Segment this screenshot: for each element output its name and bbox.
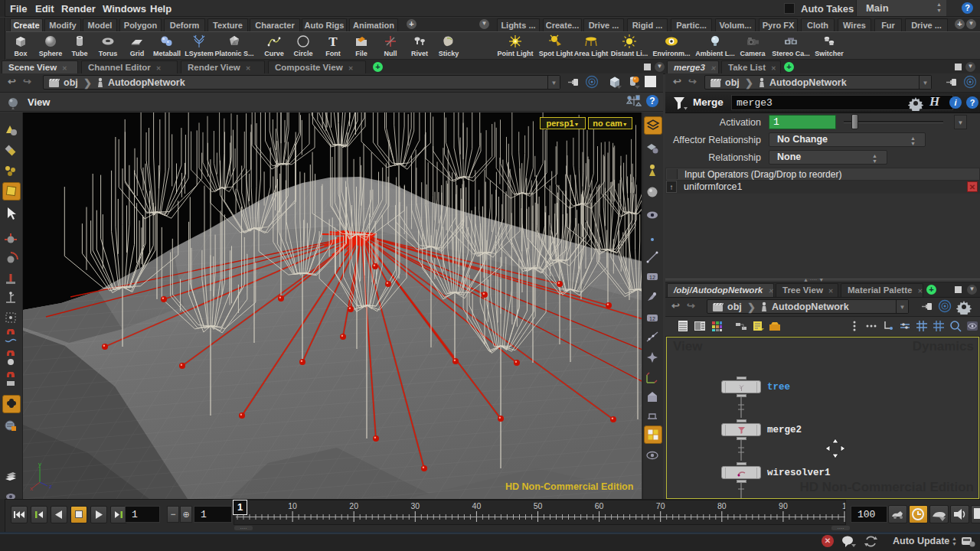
svg-text:70: 70 — [656, 501, 665, 510]
svg-text:y: y — [38, 461, 41, 468]
svg-text:90: 90 — [779, 501, 788, 510]
svg-text:12: 12 — [649, 316, 655, 321]
svg-text:30: 30 — [410, 501, 420, 510]
svg-text:20: 20 — [349, 501, 358, 510]
svg-text:10: 10 — [288, 501, 297, 510]
svg-text:z: z — [49, 483, 52, 490]
svg-text:x: x — [30, 485, 33, 491]
svg-text:12: 12 — [649, 275, 655, 280]
svg-text:80: 80 — [717, 501, 727, 510]
svg-text:T: T — [328, 34, 338, 49]
svg-text:40: 40 — [472, 501, 482, 510]
svg-text:50: 50 — [534, 501, 543, 510]
svg-text:60: 60 — [595, 501, 604, 510]
svg-text:1: 1 — [842, 501, 845, 510]
